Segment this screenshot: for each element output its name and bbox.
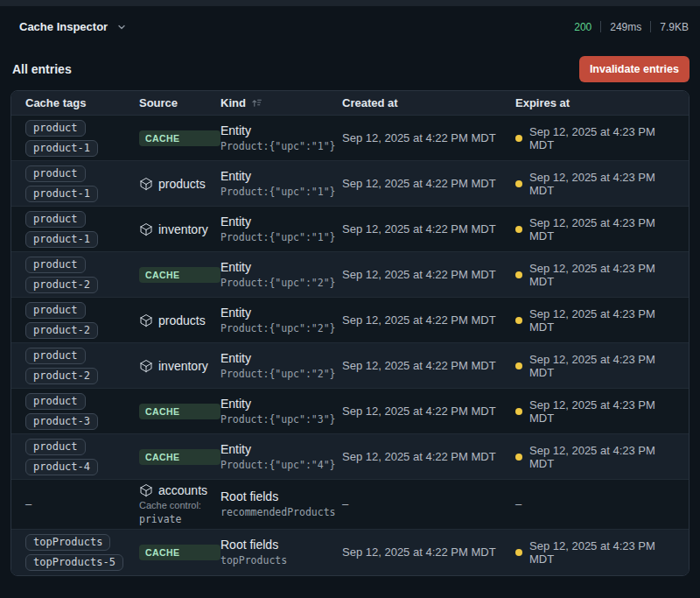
kind-cell: EntityProduct:{"upc":"2"} <box>220 351 342 380</box>
expiry-status-dot <box>515 549 522 556</box>
cache-tag-pill: product-1 <box>25 140 98 157</box>
kind-detail: Product:{"upc":"3"} <box>220 413 342 426</box>
status-duration: 249ms <box>610 21 641 33</box>
table-row[interactable]: productproduct-1productsEntityProduct:{"… <box>11 161 689 207</box>
cache-source-badge: CACHE <box>139 545 220 560</box>
kind-detail: Product:{"upc":"2"} <box>220 368 342 380</box>
cube-icon <box>139 313 153 327</box>
kind-label: Entity <box>220 260 342 274</box>
cache-tag-pill: product-4 <box>25 459 98 475</box>
cache-inspector-panel: { "header": { "title": "Cache Inspector"… <box>0 0 700 598</box>
column-header-created-at: Created at <box>342 96 515 109</box>
subgraph-name: inventory <box>158 359 208 373</box>
kind-label: Entity <box>220 397 342 411</box>
kind-label: Entity <box>220 215 342 229</box>
divider <box>600 21 601 32</box>
column-header-label: Cache tags <box>25 96 86 109</box>
cache-tag-pill: product <box>25 393 86 410</box>
expires-at-cell: Sep 12, 2025 at 4:23 PM MDT <box>515 307 675 334</box>
column-header-expires-at: Expires at <box>515 96 675 109</box>
created-at-cell: Sep 12, 2025 at 4:22 PM MDT <box>342 545 515 559</box>
invalidate-entries-button[interactable]: Invalidate entries <box>579 56 690 82</box>
created-at-cell: Sep 12, 2025 at 4:22 PM MDT <box>342 131 515 144</box>
kind-cell: EntityProduct:{"upc":"3"} <box>220 397 342 426</box>
expires-at-value: Sep 12, 2025 at 4:23 PM MDT <box>529 171 675 197</box>
column-header-label: Source <box>139 96 178 109</box>
cache-tag-pill: product <box>25 348 86 364</box>
expiry-status-dot <box>515 180 522 187</box>
panel-top-divider <box>0 0 700 6</box>
cache-tag-pill: product <box>25 165 86 182</box>
kind-cell: EntityProduct:{"upc":"1"} <box>220 123 342 152</box>
subgraph-name: accounts <box>158 483 207 497</box>
expires-at-value: Sep 12, 2025 at 4:23 PM MDT <box>529 216 675 243</box>
status-code: 200 <box>574 21 592 33</box>
cache-source-badge: CACHE <box>139 267 220 283</box>
expiry-status-dot <box>515 317 522 324</box>
cache-tag-pill: product-1 <box>25 231 98 248</box>
entries-toolbar: All entries Invalidate entries <box>0 47 700 90</box>
created-at-cell: Sep 12, 2025 at 4:22 PM MDT <box>342 177 515 190</box>
table-row[interactable]: productproduct-2productsEntityProduct:{"… <box>11 298 689 343</box>
expires-at-cell: Sep 12, 2025 at 4:23 PM MDT <box>515 171 675 197</box>
column-header-label: Kind <box>220 96 246 109</box>
cache-tag-pill: product-2 <box>25 277 98 293</box>
subgraph-source: products <box>139 313 220 327</box>
column-header-kind[interactable]: Kind <box>220 96 342 109</box>
column-header-source: Source <box>139 96 220 109</box>
column-header-cache-tags: Cache tags <box>25 96 139 109</box>
source-cell: CACHE <box>139 267 220 283</box>
cache-tags-cell: topProductstopProducts-5 <box>25 534 139 571</box>
cache-control-label: Cache control: <box>139 499 220 513</box>
source-cell: CACHE <box>139 404 220 419</box>
expires-at-cell: Sep 12, 2025 at 4:23 PM MDT <box>515 353 675 379</box>
source-cell: CACHE <box>139 545 220 560</box>
cube-icon <box>139 222 153 236</box>
cache-tags-cell: productproduct-4 <box>25 439 139 475</box>
cube-icon <box>139 483 153 497</box>
cache-tag-pill: product-1 <box>25 186 98 202</box>
kind-cell: Root fieldsrecommendedProducts <box>220 489 342 518</box>
expiry-status-dot <box>515 362 522 369</box>
source-cell: inventory <box>139 359 220 373</box>
kind-label: Entity <box>220 351 342 365</box>
cache-control-value: private <box>139 513 220 525</box>
subgraph-name: products <box>158 313 206 327</box>
table-row[interactable]: –accountsCache control:privateRoot field… <box>11 480 689 530</box>
cache-tag-pill: product <box>25 302 86 319</box>
table-row[interactable]: productproduct-4CACHEEntityProduct:{"upc… <box>11 434 689 480</box>
kind-cell: Root fieldstopProducts <box>220 538 342 566</box>
expires-at-cell: Sep 12, 2025 at 4:23 PM MDT <box>515 262 675 288</box>
table-row[interactable]: productproduct-1inventoryEntityProduct:{… <box>11 207 689 252</box>
kind-detail: Product:{"upc":"2"} <box>220 322 342 334</box>
request-status-group: 200 249ms 7.9KB <box>574 21 689 33</box>
cache-control-note: Cache control:private <box>139 499 220 525</box>
cache-tags-cell: productproduct-2 <box>25 302 139 339</box>
created-at-cell: Sep 12, 2025 at 4:22 PM MDT <box>342 359 515 372</box>
kind-label: Entity <box>220 306 342 320</box>
expiry-status-dot <box>515 226 522 233</box>
kind-cell: EntityProduct:{"upc":"1"} <box>220 169 342 198</box>
subgraph-name: products <box>158 177 206 191</box>
cache-inspector-dropdown[interactable]: Cache Inspector <box>19 20 127 33</box>
cache-tags-cell: productproduct-2 <box>25 348 139 384</box>
created-at-cell: Sep 12, 2025 at 4:22 PM MDT <box>342 313 515 327</box>
cache-tag-pill: topProducts-5 <box>25 554 123 571</box>
cache-tags-cell: productproduct-3 <box>25 393 139 430</box>
cache-tag-pill: product-2 <box>25 368 98 384</box>
expires-at-value: Sep 12, 2025 at 4:23 PM MDT <box>529 398 675 425</box>
table-row[interactable]: productproduct-3CACHEEntityProduct:{"upc… <box>11 389 689 434</box>
created-at-cell: Sep 12, 2025 at 4:22 PM MDT <box>342 222 515 236</box>
cache-tag-pill: topProducts <box>25 534 110 551</box>
status-size: 7.9KB <box>660 21 689 33</box>
expiry-status-dot <box>515 454 522 461</box>
entries-table: Cache tagsSourceKindCreated atExpires at… <box>10 90 690 576</box>
table-row[interactable]: productproduct-1CACHEEntityProduct:{"upc… <box>11 116 689 161</box>
kind-detail: Product:{"upc":"2"} <box>220 277 342 289</box>
panel-header: Cache Inspector 200 249ms 7.9KB <box>0 6 700 47</box>
table-row[interactable]: productproduct-2inventoryEntityProduct:{… <box>11 343 689 389</box>
kind-label: Root fields <box>220 538 342 552</box>
divider <box>650 21 651 32</box>
table-row[interactable]: topProductstopProducts-5CACHERoot fields… <box>11 530 689 575</box>
table-row[interactable]: productproduct-2CACHEEntityProduct:{"upc… <box>11 252 689 298</box>
